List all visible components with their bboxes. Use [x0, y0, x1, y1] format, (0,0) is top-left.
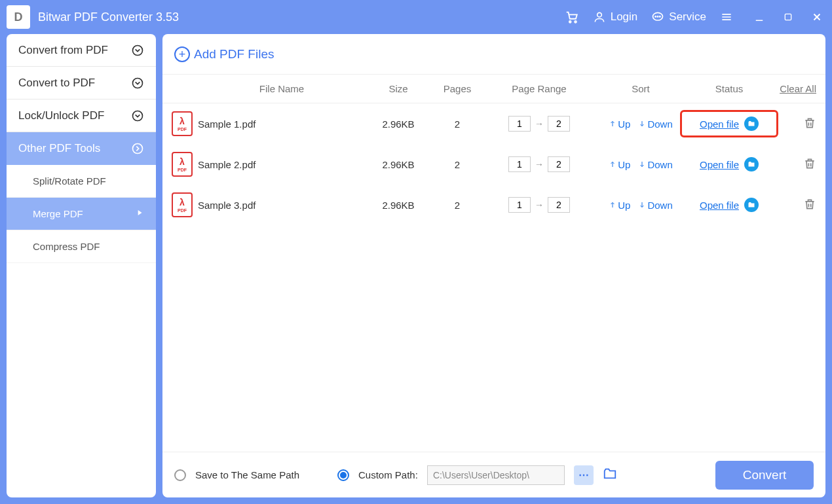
delete-button[interactable] [803, 157, 816, 172]
table-row: λPDF Sample 1.pdf 2.96KB 2 → Up Down [162, 103, 825, 144]
svg-point-16 [133, 111, 143, 120]
svg-point-6 [660, 16, 660, 17]
header-status: Status [687, 83, 772, 94]
sidebar-group-label: Other PDF Tools [18, 142, 100, 155]
add-files-label: Add PDF Files [194, 47, 274, 62]
titlebar: D Bitwar PDF Converter 3.53 Login Servic… [0, 0, 832, 34]
main-panel: + Add PDF Files File Name Size Pages Pag… [162, 34, 825, 497]
folder-icon[interactable] [744, 157, 759, 171]
folder-icon[interactable] [744, 198, 759, 212]
same-path-label: Save to The Same Path [195, 469, 299, 480]
menu-button[interactable] [719, 10, 734, 24]
sidebar-item-split[interactable]: Split/Rotate PDF [7, 165, 156, 198]
file-pages: 2 [431, 200, 483, 211]
header-range: Page Range [483, 83, 595, 94]
svg-point-14 [133, 45, 143, 55]
sidebar-group-label: Convert to PDF [18, 77, 95, 90]
pdf-icon: λPDF [172, 192, 193, 217]
add-files-button[interactable]: + Add PDF Files [174, 46, 274, 62]
app-logo: D [7, 5, 30, 29]
plus-icon: + [174, 46, 190, 62]
file-name: Sample 1.pdf [198, 118, 366, 130]
sidebar: Convert from PDF Convert to PDF Lock/Unl… [7, 34, 156, 497]
arrow-right-icon: → [535, 159, 544, 170]
convert-label: Convert [743, 468, 787, 482]
chat-icon [651, 10, 665, 24]
chevron-down-icon [131, 44, 144, 57]
chevron-right-icon [131, 142, 144, 155]
maximize-button[interactable] [780, 9, 797, 26]
range-from-input[interactable] [508, 197, 531, 213]
same-path-radio[interactable] [174, 469, 186, 481]
user-icon [592, 10, 607, 24]
sidebar-group-lock[interactable]: Lock/Unlock PDF [7, 99, 156, 132]
header-size: Size [366, 83, 431, 94]
file-size: 2.96KB [366, 159, 431, 170]
arrow-right-icon: → [535, 118, 544, 129]
file-size: 2.96KB [366, 200, 431, 211]
sidebar-item-label: Merge PDF [33, 208, 83, 219]
sidebar-item-label: Split/Rotate PDF [33, 175, 106, 187]
service-label: Service [669, 10, 706, 24]
dots-icon: ⋯ [578, 469, 589, 481]
svg-point-5 [658, 16, 658, 17]
browse-button[interactable]: ⋯ [574, 465, 594, 485]
sort-up-button[interactable]: Up [609, 200, 630, 211]
path-input[interactable] [427, 465, 565, 485]
range-from-input[interactable] [508, 156, 531, 172]
clear-all-button[interactable]: Clear All [772, 83, 816, 94]
file-pages: 2 [431, 159, 483, 170]
app-title: Bitwar PDF Converter 3.53 [38, 10, 179, 24]
minimize-button[interactable] [751, 9, 768, 26]
delete-button[interactable] [803, 117, 816, 132]
folder-icon[interactable] [744, 117, 759, 131]
range-to-input[interactable] [548, 156, 570, 172]
sidebar-group-convert-from[interactable]: Convert from PDF [7, 34, 156, 67]
sidebar-group-label: Convert from PDF [18, 44, 108, 57]
sidebar-item-label: Compress PDF [33, 241, 100, 252]
footer: Save to The Same Path Custom Path: ⋯ Con… [162, 452, 825, 497]
play-icon [135, 208, 144, 219]
cart-button[interactable] [565, 10, 579, 24]
sort-down-button[interactable]: Down [638, 200, 672, 211]
sidebar-item-merge[interactable]: Merge PDF [7, 198, 156, 230]
svg-rect-11 [785, 14, 791, 20]
convert-button[interactable]: Convert [715, 461, 814, 490]
custom-path-label: Custom Path: [358, 469, 418, 480]
svg-point-2 [597, 12, 601, 17]
service-button[interactable]: Service [651, 10, 706, 24]
sidebar-group-label: Lock/Unlock PDF [18, 109, 104, 122]
open-file-link[interactable]: Open file [700, 200, 739, 211]
open-folder-button[interactable] [603, 467, 617, 484]
range-to-input[interactable] [548, 197, 570, 213]
header-filename: File Name [198, 83, 366, 94]
sidebar-group-other[interactable]: Other PDF Tools [7, 132, 156, 165]
svg-point-17 [133, 144, 143, 154]
hamburger-icon [719, 10, 734, 24]
open-file-link[interactable]: Open file [700, 118, 739, 130]
sort-down-button[interactable]: Down [638, 159, 672, 170]
pdf-icon: λPDF [172, 111, 193, 136]
sort-up-button[interactable]: Up [609, 118, 630, 130]
sort-down-button[interactable]: Down [638, 118, 672, 130]
sidebar-item-compress[interactable]: Compress PDF [7, 230, 156, 263]
close-button[interactable] [808, 9, 825, 26]
pdf-icon: λPDF [172, 152, 193, 177]
custom-path-radio[interactable] [337, 469, 349, 481]
sort-up-button[interactable]: Up [609, 159, 630, 170]
svg-point-0 [569, 21, 571, 23]
header-pages: Pages [431, 83, 483, 94]
delete-button[interactable] [803, 198, 816, 213]
file-name: Sample 3.pdf [198, 200, 366, 211]
file-name: Sample 2.pdf [198, 159, 366, 170]
file-pages: 2 [431, 118, 483, 130]
chevron-down-icon [131, 77, 144, 90]
login-label: Login [611, 10, 638, 24]
open-file-link[interactable]: Open file [700, 159, 739, 170]
range-from-input[interactable] [508, 116, 531, 132]
svg-point-4 [655, 16, 656, 17]
login-button[interactable]: Login [592, 10, 638, 24]
range-to-input[interactable] [548, 116, 570, 132]
sidebar-group-convert-to[interactable]: Convert to PDF [7, 67, 156, 99]
chevron-down-icon [131, 109, 144, 122]
